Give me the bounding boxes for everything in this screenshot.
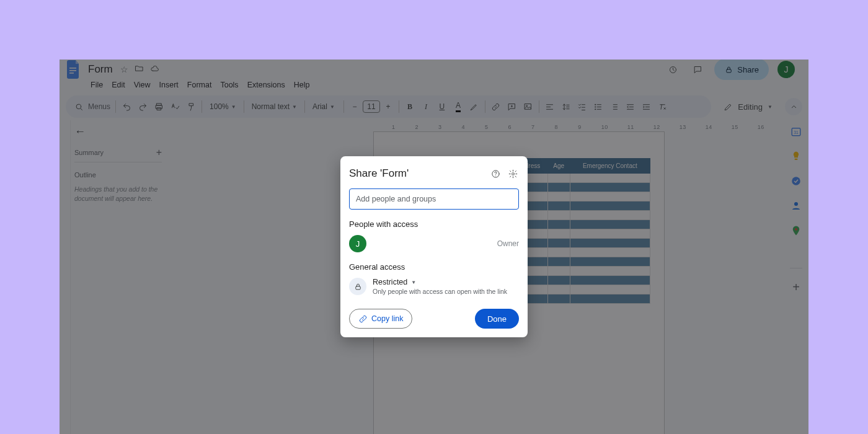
copy-link-button[interactable]: Copy link bbox=[349, 309, 412, 329]
google-docs-window: Form ☆ Share J File Edit View Insert For… bbox=[60, 60, 808, 434]
owner-role: Owner bbox=[497, 239, 519, 248]
done-button[interactable]: Done bbox=[475, 309, 519, 329]
owner-avatar[interactable]: J bbox=[349, 235, 366, 252]
share-dialog-title: Share 'Form' bbox=[349, 167, 484, 180]
svg-rect-23 bbox=[355, 286, 360, 289]
access-level-description: Only people with access can open with th… bbox=[373, 288, 507, 295]
lock-icon bbox=[349, 278, 366, 295]
svg-point-22 bbox=[512, 172, 514, 175]
settings-icon[interactable] bbox=[507, 167, 519, 180]
svg-point-21 bbox=[495, 175, 496, 176]
add-people-input[interactable] bbox=[349, 188, 519, 210]
owner-row: J Owner bbox=[349, 235, 519, 252]
general-access-label: General access bbox=[349, 262, 519, 272]
share-dialog: Share 'Form' People with access J Owner … bbox=[340, 156, 528, 337]
people-with-access-label: People with access bbox=[349, 219, 519, 229]
help-icon[interactable] bbox=[489, 167, 502, 180]
general-access-row: Restricted▼ Only people with access can … bbox=[349, 278, 519, 295]
access-level-dropdown[interactable]: Restricted▼ bbox=[373, 278, 507, 286]
